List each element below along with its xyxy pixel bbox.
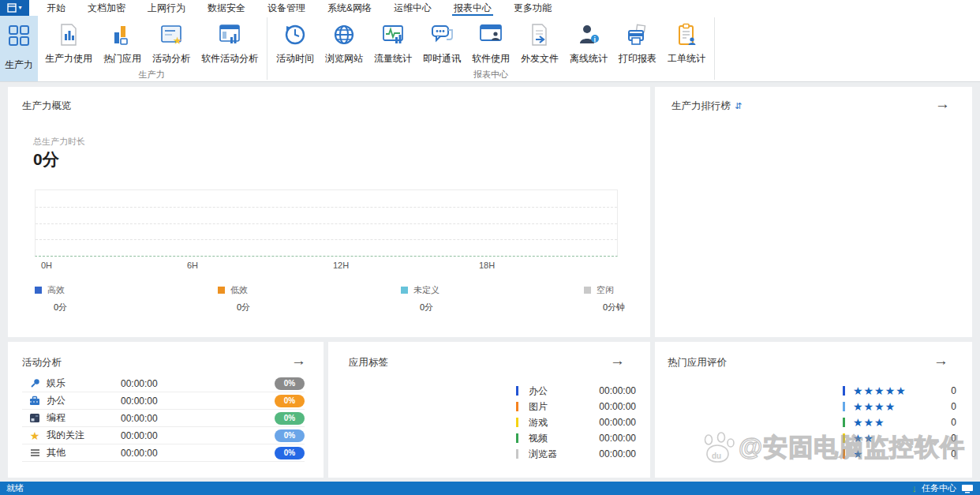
ribbon-button-traffic-stats[interactable]: 流量统计 [368, 19, 417, 66]
total-productivity-value: 0分 [33, 148, 59, 171]
ribbon-button-software-usage[interactable]: 软件使用 [466, 19, 515, 66]
ribbon-button-browse-websites[interactable]: 浏览网站 [320, 19, 368, 66]
activity-list: 娱乐 00:00:00 0% 办公 00:00:00 0% 编程 00:00:0… [22, 375, 305, 462]
legend-bar [843, 418, 845, 427]
tag-row-pictures: 图片 00:00:00 [516, 399, 636, 414]
tab-doc-encryption[interactable]: 文档加密 [77, 0, 137, 16]
gridline [36, 207, 617, 208]
stars: ★ [853, 448, 864, 459]
stars: ★★★★ [853, 401, 896, 412]
percent-badge: 0% [275, 429, 305, 442]
traffic-wave-icon [381, 21, 405, 49]
ribbon-group-report-center: 活动时间 浏览网站 流量统计 即时通讯 [269, 16, 713, 81]
ribbon-button-outgoing-files[interactable]: 外发文件 [515, 19, 564, 66]
panel-app-tags: 应用标签 → 办公 00:00:00 图片 00:00:00 游戏 00:00:… [328, 342, 650, 478]
tab-more-features[interactable]: 更多功能 [503, 0, 563, 16]
rating-count: 0 [951, 433, 956, 444]
legend-item-inefficient: 低效 0分 [218, 284, 391, 313]
legend-value: 0分 [237, 302, 391, 313]
panel-title: 活动分析 [22, 356, 62, 369]
rating-count: 0 [951, 417, 956, 428]
ribbon-button-instant-messaging[interactable]: 即时通讯 [417, 19, 466, 66]
window-chart-icon [218, 21, 241, 49]
globe-icon [332, 21, 356, 49]
tab-web-behavior[interactable]: 上网行为 [137, 0, 196, 16]
tab-ops-center[interactable]: 运维中心 [383, 0, 443, 16]
stars: ★★★ [853, 417, 885, 428]
legend-bar [843, 402, 845, 411]
ribbon-button-productivity[interactable]: 生产力 [0, 16, 38, 81]
ribbon-button-hot-apps[interactable]: 热门应用 [98, 19, 147, 66]
briefcase-icon [28, 396, 41, 407]
arrow-right-icon[interactable]: → [610, 353, 625, 368]
panel-title: 应用标签 [349, 356, 388, 369]
ribbon-button-print-report[interactable]: 打印报表 [613, 19, 662, 66]
ribbon-button-productivity-usage[interactable]: 生产力使用 [39, 19, 98, 66]
tab-device-management[interactable]: 设备管理 [256, 0, 316, 16]
printer-icon [626, 21, 649, 49]
chevron-down-icon: ▾ [18, 5, 21, 11]
rating-legend: ★★★★★ 0 ★★★★ 0 ★★★ 0 ★★ 0 ★ 0 [843, 383, 955, 462]
code-editor-icon [28, 413, 41, 424]
status-bar: 就绪 ↓ 任务中心 [0, 482, 980, 495]
panel-title: 生产力概览 [22, 99, 72, 113]
gridline [36, 239, 617, 240]
productivity-timeline-chart [35, 189, 618, 257]
legend-swatch [35, 287, 42, 294]
tab-data-security[interactable]: 数据安全 [196, 0, 256, 16]
ribbon-group-caption-report-center: 报表中心 [269, 69, 713, 81]
percent-badge: 0% [275, 412, 305, 425]
x-tick: 18H [479, 261, 495, 270]
x-axis-ticks: 0H 6H 12H 18H [35, 261, 618, 272]
arrow-right-icon[interactable]: → [291, 353, 306, 368]
stars: ★★★★★ [853, 385, 907, 396]
legend-bar [843, 449, 845, 459]
download-arrow-icon[interactable]: ↓ [912, 483, 918, 493]
ribbon-button-activity-analysis[interactable]: ★ 活动分析 [147, 19, 196, 66]
legend-swatch [584, 287, 591, 294]
arrow-right-icon[interactable]: → [935, 96, 950, 111]
rating-row-3-stars: ★★★ 0 [843, 414, 955, 430]
menu-lines-icon [28, 448, 41, 459]
rating-count: 0 [951, 385, 956, 396]
ribbon-separator [267, 17, 267, 80]
doc-star-icon: ★ [159, 21, 183, 49]
legend-swatch [218, 287, 225, 294]
ribbon-button-activity-time[interactable]: 活动时间 [271, 19, 320, 66]
chat-icon [429, 21, 454, 49]
app-tags-legend: 办公 00:00:00 图片 00:00:00 游戏 00:00:00 视频 0… [516, 383, 636, 462]
tab-system-network[interactable]: 系统&网络 [316, 0, 383, 16]
legend-value: 0分 [54, 302, 208, 313]
sort-icon[interactable]: ⇵ [735, 101, 742, 111]
legend-bar [516, 449, 518, 459]
tab-report-center[interactable]: 报表中心 [443, 0, 503, 16]
legend-bar [516, 418, 518, 427]
tab-start[interactable]: 开始 [36, 0, 77, 16]
arrow-right-icon[interactable]: → [933, 353, 948, 368]
app-menu-button[interactable]: ▾ [0, 0, 29, 16]
status-text: 就绪 [6, 482, 24, 494]
ribbon-button-offline-stats[interactable]: i 离线统计 [564, 19, 613, 66]
tag-row-browser: 浏览器 00:00:00 [516, 446, 636, 462]
grid-icon [7, 24, 31, 47]
activity-row-programming: 编程 00:00:00 0% [22, 410, 305, 427]
rating-row-2-stars: ★★ 0 [843, 430, 955, 446]
monitor-icon[interactable] [961, 484, 974, 493]
clipboard-user-icon [675, 21, 698, 49]
panel-hot-app-rating: 热门应用评价 → ★★★★★ 0 ★★★★ 0 ★★★ 0 ★★ 0 ★ 0 [655, 342, 972, 478]
activity-row-entertainment: 娱乐 00:00:00 0% [22, 375, 305, 392]
x-tick: 6H [187, 261, 198, 270]
percent-badge: 0% [275, 395, 305, 407]
panel-productivity-ranking: 生产力排行榜⇵ → [655, 87, 972, 337]
tag-row-games: 游戏 00:00:00 [516, 414, 636, 430]
ribbon-toolbar: 生产力 生产力使用 热门应用 ★ 活动分析 [0, 16, 980, 82]
percent-badge: 0% [275, 447, 305, 459]
task-center-button[interactable]: 任务中心 [922, 482, 956, 494]
star-icon: ★ [28, 430, 41, 441]
ribbon-group-caption-productivity: 生产力 [38, 69, 265, 81]
ribbon-button-work-order-stats[interactable]: 工单统计 [662, 19, 711, 66]
ribbon-separator [714, 17, 715, 80]
ribbon-button-software-activity-analysis[interactable]: 软件活动分析 [196, 19, 264, 66]
bar-chart-icon [111, 21, 133, 49]
rating-count: 0 [951, 448, 956, 459]
